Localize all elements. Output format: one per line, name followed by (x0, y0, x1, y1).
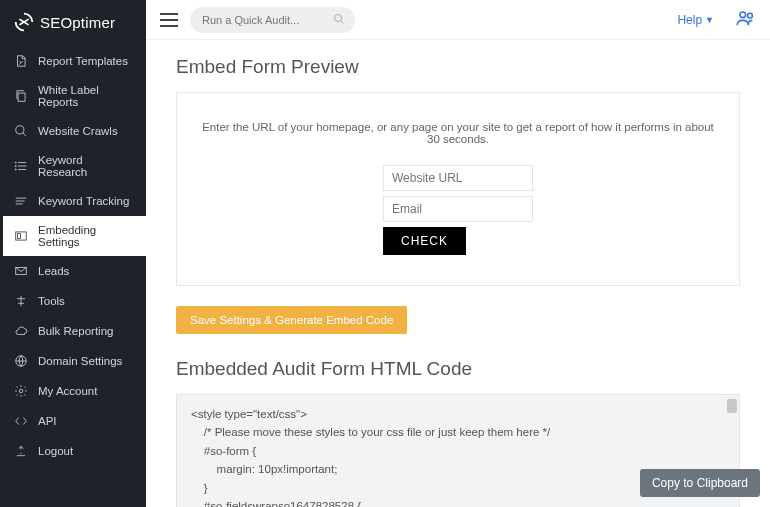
logo-icon (14, 12, 34, 32)
globe-icon (14, 354, 28, 368)
sidebar-item-label: My Account (38, 385, 97, 397)
sidebar-item-white-label-reports[interactable]: White Label Reports (0, 76, 146, 116)
svg-point-19 (740, 12, 746, 18)
sidebar-item-leads[interactable]: Leads (0, 256, 146, 286)
sidebar-item-my-account[interactable]: My Account (0, 376, 146, 406)
sidebar-item-embedding-settings[interactable]: Embedding Settings (0, 216, 146, 256)
sidebar-item-domain-settings[interactable]: Domain Settings (0, 346, 146, 376)
list-icon (14, 159, 28, 173)
topbar: Help ▼ (146, 0, 770, 40)
tools-icon (14, 294, 28, 308)
sidebar-item-bulk-reporting[interactable]: Bulk Reporting (0, 316, 146, 346)
svg-line-2 (23, 133, 27, 137)
sidebar-item-website-crawls[interactable]: Website Crawls (0, 116, 146, 146)
sidebar-item-keyword-research[interactable]: Keyword Research (0, 146, 146, 186)
svg-point-7 (15, 165, 16, 166)
gear-icon (14, 384, 28, 398)
menu-toggle-icon[interactable] (160, 13, 178, 27)
sidebar-item-report-templates[interactable]: Report Templates (0, 46, 146, 76)
sidebar-item-logout[interactable]: Logout (0, 436, 146, 466)
email-input[interactable] (383, 196, 533, 222)
copy-icon (14, 89, 28, 103)
brand-name: SEOptimer (40, 14, 115, 31)
brand-logo[interactable]: SEOptimer (0, 0, 146, 46)
main-content: Embed Form Preview Enter the URL of your… (146, 40, 770, 507)
sidebar-item-keyword-tracking[interactable]: Keyword Tracking (0, 186, 146, 216)
sidebar-item-label: Keyword Tracking (38, 195, 129, 207)
sidebar-item-label: Keyword Research (38, 154, 132, 178)
website-url-input[interactable] (383, 165, 533, 191)
svg-line-18 (341, 20, 344, 23)
file-icon (14, 54, 28, 68)
chevron-down-icon: ▼ (705, 15, 714, 25)
sidebar-item-label: Website Crawls (38, 125, 118, 137)
embed-preview-box: Enter the URL of your homepage, or any p… (176, 92, 740, 286)
sidebar-item-label: Tools (38, 295, 65, 307)
sidebar-item-label: White Label Reports (38, 84, 132, 108)
target-icon (14, 194, 28, 208)
sidebar: SEOptimer Report TemplatesWhite Label Re… (0, 0, 146, 507)
logout-icon (14, 444, 28, 458)
sidebar-item-api[interactable]: API (0, 406, 146, 436)
sidebar-item-label: API (38, 415, 57, 427)
search-icon (14, 124, 28, 138)
cloud-icon (14, 324, 28, 338)
save-generate-button[interactable]: Save Settings & Generate Embed Code (176, 306, 407, 334)
scrollbar-thumb[interactable] (727, 399, 737, 413)
help-menu[interactable]: Help ▼ (677, 13, 714, 27)
quick-audit-search[interactable] (190, 7, 355, 33)
svg-point-6 (15, 162, 16, 163)
svg-point-8 (15, 169, 16, 170)
svg-rect-13 (18, 234, 21, 239)
search-input[interactable] (202, 14, 325, 26)
mail-icon (14, 264, 28, 278)
svg-point-16 (19, 389, 23, 393)
embed-icon (14, 229, 28, 243)
svg-point-17 (335, 14, 342, 21)
sidebar-nav: Report TemplatesWhite Label ReportsWebsi… (0, 46, 146, 466)
preview-description: Enter the URL of your homepage, or any p… (197, 121, 719, 145)
sidebar-item-label: Report Templates (38, 55, 128, 67)
sidebar-item-label: Domain Settings (38, 355, 122, 367)
api-icon (14, 414, 28, 428)
code-content: <style type="text/css"> /* Please move t… (191, 408, 550, 507)
sidebar-item-label: Embedding Settings (38, 224, 132, 248)
embed-form: CHECK (383, 165, 533, 255)
code-heading: Embedded Audit Form HTML Code (176, 358, 740, 380)
sidebar-item-label: Bulk Reporting (38, 325, 113, 337)
svg-point-20 (748, 13, 753, 18)
search-icon (333, 13, 345, 28)
sidebar-item-label: Leads (38, 265, 69, 277)
svg-point-1 (16, 126, 24, 134)
check-button[interactable]: CHECK (383, 227, 466, 255)
svg-rect-0 (18, 93, 25, 101)
users-icon[interactable] (736, 10, 756, 29)
sidebar-item-tools[interactable]: Tools (0, 286, 146, 316)
sidebar-item-label: Logout (38, 445, 73, 457)
copy-clipboard-button[interactable]: Copy to Clipboard (640, 469, 760, 497)
preview-heading: Embed Form Preview (176, 56, 740, 78)
